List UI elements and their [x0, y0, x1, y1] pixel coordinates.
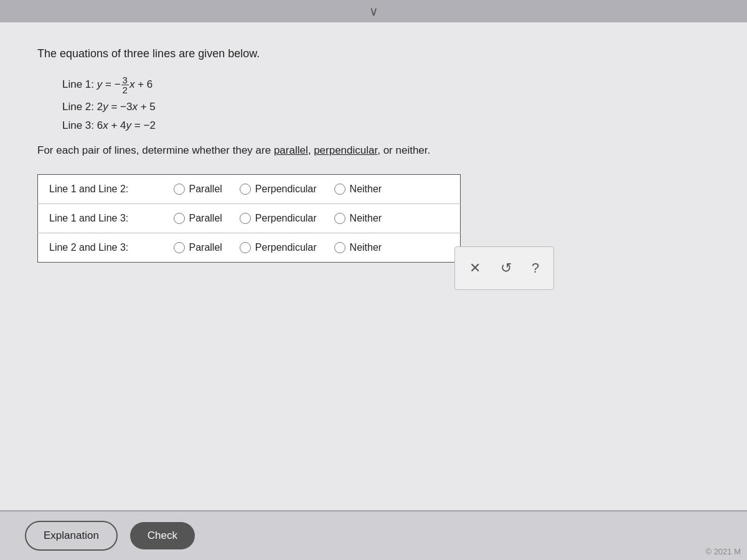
table-row: Line 2 and Line 3: Parallel Perpendicula… — [38, 233, 461, 263]
undo-icon[interactable]: ↺ — [498, 258, 514, 279]
chevron-down-icon: ∨ — [369, 4, 378, 19]
row2-perpendicular-label: Perpendicular — [255, 213, 317, 224]
row1-neither-option[interactable]: Neither — [334, 184, 382, 195]
table-row: Line 1 and Line 2: Parallel Perpendicula… — [38, 175, 461, 204]
parallel-link: parallel — [274, 144, 308, 156]
perpendicular-link: perpendicular — [314, 144, 377, 156]
table-container: Line 1 and Line 2: Parallel Perpendicula… — [37, 174, 710, 281]
row3-neither-option[interactable]: Neither — [334, 242, 382, 253]
help-icon[interactable]: ? — [529, 258, 542, 279]
row1-options: Parallel Perpendicular Neither — [162, 175, 461, 204]
row3-radio-group: Parallel Perpendicular Neither — [174, 242, 449, 253]
bottom-bar: Explanation Check — [0, 510, 747, 560]
row1-neither-label: Neither — [350, 184, 382, 195]
row2-neither-radio[interactable] — [334, 213, 345, 224]
intro-text: The equations of three lines are given b… — [37, 47, 710, 60]
copyright-text: © 2021 M — [705, 547, 741, 556]
main-content: The equations of three lines are given b… — [0, 22, 747, 510]
row2-parallel-radio[interactable] — [174, 213, 185, 224]
row3-neither-radio[interactable] — [334, 242, 345, 253]
line1-equation: Line 1: y = −32x + 6 — [62, 75, 710, 95]
row2-label: Line 1 and Line 3: — [38, 204, 162, 233]
row1-parallel-radio[interactable] — [174, 184, 185, 195]
row2-parallel-option[interactable]: Parallel — [174, 213, 222, 224]
row2-neither-label: Neither — [350, 213, 382, 224]
row3-options: Parallel Perpendicular Neither — [162, 233, 461, 263]
row3-perpendicular-option[interactable]: Perpendicular — [240, 242, 317, 253]
row1-perpendicular-radio[interactable] — [240, 184, 251, 195]
row3-perpendicular-radio[interactable] — [240, 242, 251, 253]
line2-equation: Line 2: 2y = −3x + 5 — [62, 101, 710, 113]
row3-perpendicular-label: Perpendicular — [255, 242, 317, 253]
row2-radio-group: Parallel Perpendicular Neither — [174, 213, 449, 224]
row1-parallel-option[interactable]: Parallel — [174, 184, 222, 195]
table-row: Line 1 and Line 3: Parallel Perpendicula… — [38, 204, 461, 233]
row2-perpendicular-option[interactable]: Perpendicular — [240, 213, 317, 224]
row1-radio-group: Parallel Perpendicular Neither — [174, 184, 449, 195]
explanation-button[interactable]: Explanation — [25, 521, 118, 551]
row2-options: Parallel Perpendicular Neither — [162, 204, 461, 233]
row3-label: Line 2 and Line 3: — [38, 233, 162, 263]
row3-parallel-label: Parallel — [189, 242, 222, 253]
row3-parallel-option[interactable]: Parallel — [174, 242, 222, 253]
row2-perpendicular-radio[interactable] — [240, 213, 251, 224]
row3-parallel-radio[interactable] — [174, 242, 185, 253]
row1-perpendicular-label: Perpendicular — [255, 184, 317, 195]
close-icon[interactable]: ✕ — [467, 258, 483, 279]
icons-box: ✕ ↺ ? — [454, 246, 554, 290]
line3-equation: Line 3: 6x + 4y = −2 — [62, 119, 710, 132]
row2-parallel-label: Parallel — [189, 213, 222, 224]
question-text: For each pair of lines, determine whethe… — [37, 144, 710, 157]
row1-parallel-label: Parallel — [189, 184, 222, 195]
row1-neither-radio[interactable] — [334, 184, 345, 195]
row1-perpendicular-option[interactable]: Perpendicular — [240, 184, 317, 195]
line-equations: Line 1: y = −32x + 6 Line 2: 2y = −3x + … — [62, 75, 710, 132]
check-button[interactable]: Check — [130, 522, 195, 549]
row1-label: Line 1 and Line 2: — [38, 175, 162, 204]
answer-table: Line 1 and Line 2: Parallel Perpendicula… — [37, 174, 461, 263]
top-bar: ∨ — [0, 0, 747, 22]
screen: ∨ The equations of three lines are given… — [0, 0, 747, 560]
row2-neither-option[interactable]: Neither — [334, 213, 382, 224]
row3-neither-label: Neither — [350, 242, 382, 253]
